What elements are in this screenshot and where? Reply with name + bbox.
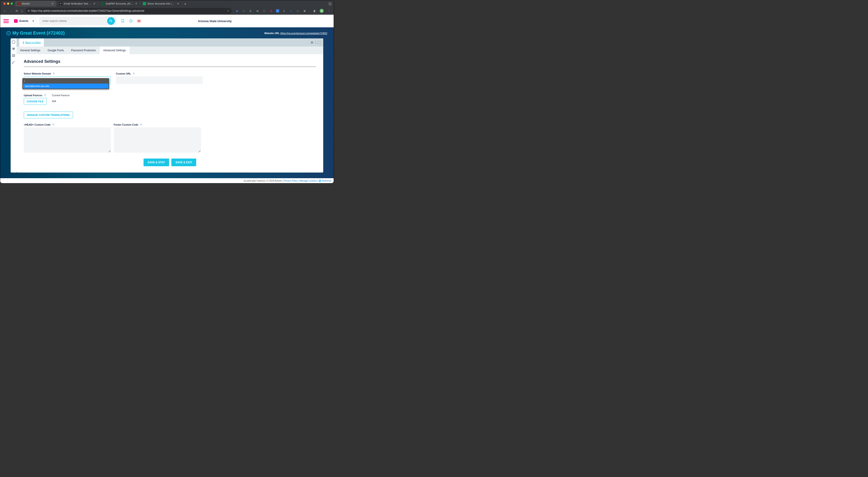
favicon-icon bbox=[101, 2, 104, 5]
extension-icon[interactable]: ▭ bbox=[296, 9, 300, 13]
footer-privacy-link[interactable]: Privacy Policy bbox=[284, 179, 298, 182]
svg-rect-9 bbox=[12, 55, 15, 57]
profile-avatar[interactable]: S bbox=[320, 9, 324, 13]
browser-tab-active[interactable]: Aventri ✕ bbox=[15, 1, 56, 6]
minimize-window-icon[interactable] bbox=[7, 2, 9, 5]
clock-icon[interactable] bbox=[129, 19, 133, 23]
extension-icon[interactable]: ▷ bbox=[242, 9, 246, 13]
extension-icon[interactable]: ◉ bbox=[235, 9, 239, 13]
footer-code-column: Footer Custom Code ? bbox=[114, 123, 201, 153]
close-tab-icon[interactable]: ✕ bbox=[135, 2, 137, 5]
app-body: i My Great Event (#72402) Website URL ht… bbox=[0, 27, 334, 179]
head-code-textarea[interactable] bbox=[24, 127, 111, 153]
events-dropdown[interactable]: Events bbox=[12, 18, 36, 24]
website-url-block: Website URL https://na.eventscloud.com/w… bbox=[264, 32, 327, 35]
extension-icon[interactable]: ↓ bbox=[276, 9, 279, 12]
url-field[interactable]: ⚙ https://na-admin.eventscloud.com/websi… bbox=[25, 8, 232, 14]
bookmark-star-icon[interactable]: ☆ bbox=[227, 9, 229, 12]
custom-url-input[interactable] bbox=[116, 76, 203, 84]
dropdown-option-specialevents[interactable]: specialevents.asu.edu bbox=[23, 83, 108, 89]
contact-card-icon[interactable] bbox=[137, 19, 141, 23]
resize-grip-icon[interactable] bbox=[198, 150, 200, 152]
tab-google-fonts[interactable]: Google Fonts bbox=[44, 46, 67, 54]
help-icon[interactable]: ? bbox=[43, 94, 46, 97]
home-button[interactable]: ⌂ bbox=[21, 9, 23, 13]
website-url-label: Website URL bbox=[264, 32, 280, 35]
close-tab-icon[interactable]: ✕ bbox=[93, 2, 95, 5]
choose-file-button[interactable]: CHOOSE FILE bbox=[24, 98, 46, 105]
footer-code-textarea[interactable] bbox=[114, 127, 201, 153]
extension-icon[interactable]: w bbox=[256, 9, 259, 13]
footer-sep: | bbox=[282, 179, 283, 182]
current-favicon-label: Current Favicon bbox=[52, 94, 70, 97]
menu-dots-icon[interactable]: ⋮ bbox=[327, 9, 331, 13]
help-icon[interactable]: ? bbox=[53, 72, 55, 75]
site-settings-icon[interactable]: ⚙ bbox=[28, 9, 30, 12]
sidepanel-icon[interactable]: ◧ bbox=[313, 9, 316, 13]
help-icon[interactable]: ? bbox=[132, 72, 135, 75]
app-topbar: Events Arizona State University bbox=[0, 15, 334, 27]
brush-icon[interactable] bbox=[12, 61, 16, 64]
footer-sep: | bbox=[266, 179, 266, 182]
save-stay-button[interactable]: SAVE & STAY bbox=[144, 159, 169, 166]
svg-point-7 bbox=[14, 48, 15, 49]
tab-title: Stova: Accounts Info (For Acc bbox=[147, 2, 176, 5]
upload-favicon-text: Upload Favicon bbox=[24, 94, 42, 97]
back-to-editor-label: Back to Editor bbox=[25, 41, 41, 44]
tab-general-settings[interactable]: General Settings bbox=[17, 46, 44, 54]
panel-topbar: ❮ Back to Editor ⚙ ⛶ bbox=[17, 38, 323, 46]
extensions-puzzle-icon[interactable]: ⊞ bbox=[303, 9, 306, 13]
search-button[interactable] bbox=[107, 17, 115, 25]
separator bbox=[309, 9, 310, 13]
website-url-link[interactable]: https://na.eventscloud.com/website/72402… bbox=[280, 32, 327, 35]
maximize-window-icon[interactable] bbox=[11, 2, 13, 5]
close-window-icon[interactable] bbox=[3, 2, 6, 5]
footer-cookies-link[interactable]: Manage Cookies bbox=[300, 179, 317, 182]
forward-button[interactable]: → bbox=[9, 9, 12, 13]
extension-icon[interactable]: ◌ bbox=[262, 9, 266, 13]
compass-icon[interactable] bbox=[12, 40, 16, 44]
new-tab-button[interactable]: + bbox=[182, 2, 188, 6]
expand-tabs-icon[interactable]: ⌄ bbox=[328, 2, 332, 6]
bookmark-icon[interactable] bbox=[121, 19, 125, 23]
tab-separator bbox=[56, 2, 57, 5]
panel-tools: ⚙ ⛶ bbox=[311, 41, 320, 44]
head-code-column: <HEAD> Custom Code ? bbox=[24, 123, 111, 153]
resize-grip-icon[interactable] bbox=[108, 150, 110, 152]
search-input[interactable] bbox=[42, 20, 105, 23]
custom-url-label: Custom URL ? bbox=[116, 72, 203, 75]
help-icon[interactable]: ? bbox=[140, 123, 143, 126]
modules-icon[interactable] bbox=[12, 47, 16, 50]
extension-icon[interactable]: ⁂ bbox=[269, 9, 273, 13]
browser-tab[interactable]: ⟳ Email Verification Test - New ✕ bbox=[57, 1, 98, 6]
close-tab-icon[interactable]: ✕ bbox=[51, 2, 54, 5]
browser-tab[interactable]: Stova: Accounts Info (For Acc ✕ bbox=[141, 1, 181, 6]
tab-advanced-settings[interactable]: Advanced Settings bbox=[100, 46, 129, 54]
panel-content: Advanced Settings Select Website Domain … bbox=[17, 54, 323, 173]
gear-icon[interactable]: ⚙ bbox=[311, 41, 313, 44]
fullscreen-icon[interactable]: ⛶ bbox=[317, 41, 320, 44]
domain-column: Select Website Domain ? specialevents.as… bbox=[24, 72, 111, 105]
browser-tab[interactable]: QuikPAY Accounts_ACCT AD ✕ bbox=[99, 1, 140, 6]
calendar-icon bbox=[14, 19, 18, 23]
window-controls[interactable] bbox=[2, 2, 15, 5]
layout-icon[interactable] bbox=[12, 54, 16, 57]
reload-button[interactable]: ⟳ bbox=[16, 9, 18, 13]
manage-translations-button[interactable]: MANAGE CUSTOM TRANSLATIONS bbox=[24, 111, 73, 118]
help-icon[interactable]: ? bbox=[52, 123, 55, 126]
form-row-domain: Select Website Domain ? specialevents.as… bbox=[24, 72, 316, 105]
save-exit-button[interactable]: SAVE & EXIT bbox=[171, 159, 196, 166]
info-icon[interactable]: i bbox=[6, 31, 11, 35]
search-box[interactable] bbox=[39, 17, 116, 25]
dropdown-option-blank[interactable] bbox=[23, 79, 108, 83]
tab-password-protection[interactable]: Password Protection bbox=[67, 46, 99, 54]
extension-icon[interactable]: ● bbox=[289, 9, 293, 13]
close-tab-icon[interactable]: ✕ bbox=[177, 2, 179, 5]
extension-icon[interactable]: ◐ bbox=[249, 9, 252, 13]
hamburger-menu-icon[interactable] bbox=[3, 19, 9, 23]
back-to-editor-link[interactable]: ❮ Back to Editor bbox=[19, 38, 44, 46]
footer-server: na-web-php7-www1a bbox=[244, 179, 265, 182]
extension-icon[interactable]: L bbox=[282, 9, 286, 13]
back-button[interactable]: ← bbox=[3, 9, 6, 13]
footer-region-link[interactable]: Americas bbox=[322, 179, 331, 182]
